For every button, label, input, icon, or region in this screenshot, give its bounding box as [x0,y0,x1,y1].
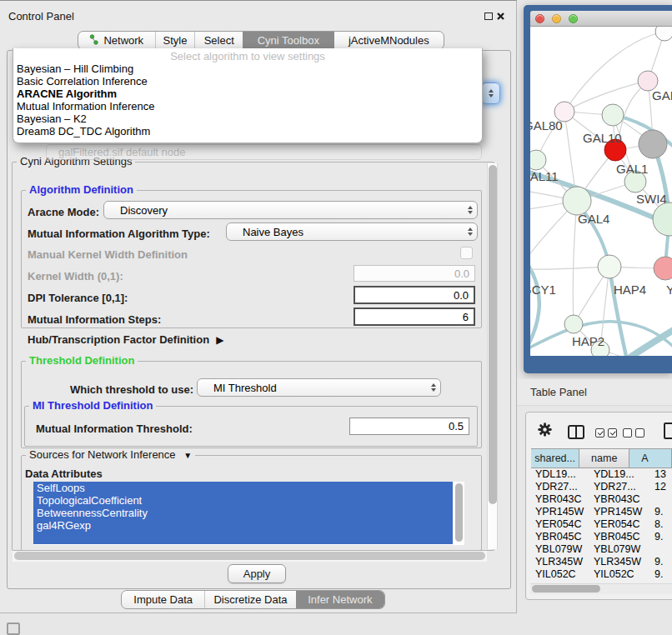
docked-panel-icon[interactable] [7,622,20,635]
tab-select[interactable]: Select [194,32,243,49]
algorithm-option[interactable]: ARACNE Algorithm [13,88,482,100]
scrollbar-thumb[interactable] [532,585,600,592]
mi-steps-label: Mutual Information Steps: [28,313,161,326]
tab-label: Cyni Toolbox [258,34,319,47]
collapsed-arrow-icon: ▶ [216,334,223,346]
column-header-name[interactable]: name [579,449,629,468]
table-row[interactable]: YER054CYER054C8. [531,518,672,530]
aracne-mode-value: Discovery [120,204,168,217]
dpi-tolerance-input[interactable]: 0.0 [354,286,475,304]
sources-toggle[interactable]: Sources for Network Inference ▼ [26,449,195,462]
table-row[interactable]: YBR045CYBR045C9. [531,530,672,542]
float-window-icon[interactable] [484,12,493,20]
node-label: SWI4 [636,192,667,206]
tab-label: Impute Data [133,593,193,606]
export-table-icon[interactable] [664,422,672,439]
sources-title: Sources for Network Inference [29,448,176,461]
table-row[interactable]: YLR345WYLR345W9. [531,555,672,568]
kernel-width-label: Kernel Width (0,1): [28,270,123,282]
tab-network[interactable]: Network [78,32,155,49]
attribute-item[interactable]: TopologicalCoefficient [33,494,453,507]
network-node-GAL11[interactable] [530,150,546,170]
aracne-mode-label: Aracne Mode: [28,206,99,218]
network-selector-combobox[interactable]: galFiltered.sif default node [46,144,482,160]
mi-type-select[interactable]: Naive Bayes [226,222,478,241]
gear-icon[interactable] [538,422,552,437]
network-node-SWI4[interactable] [653,202,672,236]
cyni-bottom-tabs: Impute Data Discretize Data Infer Networ… [121,590,385,609]
algorithm-option[interactable]: Basic Correlation Inference [13,75,482,88]
mi-threshold-input[interactable]: 0.5 [349,418,469,435]
tab-infer-network[interactable]: Infer Network [296,591,384,608]
table-row[interactable]: YDR27...YDR27...12 [531,480,672,492]
aracne-mode-select[interactable]: Discovery [103,201,478,219]
tab-label: Discretize Data [213,593,287,606]
tab-label: Infer Network [308,593,372,606]
close-traffic-light[interactable] [535,14,544,23]
network-node[interactable] [655,27,672,41]
mi-steps-input[interactable]: 6 [354,308,475,326]
tab-jactivemnodules[interactable]: jActiveMNodules [334,32,444,49]
table-row[interactable]: YBL079WYBL079W [531,542,672,555]
node-label: Y [666,282,672,297]
table-row[interactable]: YDL19...YDL19...13 [531,468,672,480]
network-canvas[interactable]: GALGAL80GAL10GAL11GAL1SWI4GAL4GCY1HAP4YH… [530,27,672,356]
tab-cyni-toolbox[interactable]: Cyni Toolbox [243,32,334,49]
kernel-width-input[interactable]: 0.0 [354,265,475,282]
network-node[interactable] [639,130,667,158]
table-cell: YBR045C [531,531,592,542]
close-icon[interactable] [496,11,505,20]
table-cell: YBL079W [531,543,592,555]
deselect-all-checkboxes-icon[interactable] [623,428,644,438]
algorithm-option[interactable]: Mutual Information Inference [13,100,482,112]
columns-icon[interactable] [568,425,584,439]
select-all-checkboxes-icon[interactable] [595,428,617,438]
attribute-item[interactable] [33,532,453,544]
apply-button[interactable]: Apply [228,564,286,583]
algorithm-option[interactable]: Dream8 DC_TDC Algorithm [13,125,482,138]
list-scrollbar-thumb[interactable] [455,483,463,542]
manual-kernel-label: Manual Kernel Width Definition [28,248,188,261]
network-node-Y[interactable] [654,257,672,280]
tab-discretize-data[interactable]: Discretize Data [204,591,295,608]
hub-definition-label: Hub/Transcription Factor Definition [28,333,209,346]
attribute-item[interactable]: SelfLoops [33,482,453,494]
network-node-GAL4[interactable] [563,187,591,215]
algorithm-option[interactable]: Bayesian – K2 [13,112,482,125]
algorithm-dropdown-popup: Select algorithm to view settings Bayesi… [13,48,483,143]
table-cell: 8. [654,518,672,530]
table-row[interactable]: YBR043CYBR043C [531,492,672,505]
network-node-GAL10[interactable] [602,104,624,126]
tab-style[interactable]: Style [155,32,195,49]
table-row[interactable]: YIL052CYIL052C9. [531,568,672,578]
tab-label: Network [103,34,143,47]
stepper-down-icon [489,94,494,98]
column-header-shared-name[interactable]: shared... [531,449,579,468]
column-header-partial[interactable]: A [629,449,672,468]
scrollbar-thumb[interactable] [489,165,497,504]
hub-definition-toggle[interactable]: Hub/Transcription Factor Definition ▶ [28,333,223,346]
which-threshold-select[interactable]: MI Threshold [197,378,441,397]
combo-stepper-icon [431,379,436,396]
table-body: YDL19...YDL19...13YDR27...YDR27...12YBR0… [531,468,672,578]
tab-impute-data[interactable]: Impute Data [122,591,204,608]
algorithm-combobox-stepper[interactable] [481,82,500,104]
screen: Control Panel Network Style Select Cyni … [0,0,672,635]
table-row[interactable]: YPR145WYPR145W9. [531,505,672,518]
table-cell: YDR27... [592,481,654,492]
zoom-traffic-light[interactable] [569,14,578,23]
network-window-titlebar[interactable] [530,11,672,27]
network-node-HAP4[interactable] [598,255,621,278]
which-threshold-label: Which threshold to use: [70,383,193,396]
manual-kernel-checkbox[interactable] [460,247,473,259]
node-label: HAP4 [614,282,646,297]
network-node-HAP2[interactable] [564,315,583,333]
algorithm-option[interactable]: Bayesian – Hill Climbing [13,62,482,75]
attribute-item[interactable]: gal4RGexp [33,519,453,532]
minimize-traffic-light[interactable] [552,14,561,23]
network-edge [609,267,627,356]
attribute-item[interactable]: BetweennessCentrality [33,507,453,519]
table-cell: 12 [654,481,672,492]
mi-type-value: Naive Bayes [243,226,303,238]
scrollbar-thumb[interactable] [14,552,485,560]
